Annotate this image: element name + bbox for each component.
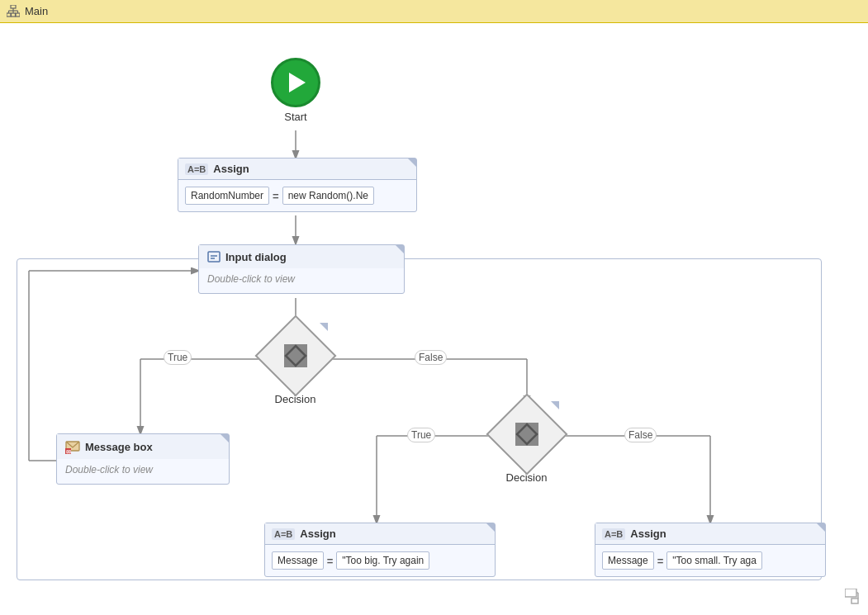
message-box-title: Message box — [85, 441, 153, 453]
decision2-diamond-wrap[interactable] — [496, 403, 557, 465]
svg-rect-0 — [11, 5, 16, 8]
assign3-eq: = — [657, 555, 664, 567]
start-circle[interactable] — [271, 58, 320, 107]
assign3-node[interactable]: A=B Assign Message = "Too small. Try aga — [595, 523, 826, 577]
canvas: Start A=B Assign RandomNumber = new Rand… — [0, 23, 868, 615]
svg-rect-31 — [851, 598, 858, 603]
assign3-field: Message — [602, 551, 654, 570]
true-label-2: True — [407, 428, 435, 442]
title-bar-text: Main — [25, 5, 48, 17]
start-node[interactable]: Start — [271, 58, 320, 123]
svg-text:✉: ✉ — [66, 449, 71, 454]
message-box-body: Double-click to view — [57, 459, 229, 484]
svg-marker-27 — [517, 424, 537, 444]
input-dialog-body: Double-click to view — [199, 268, 404, 293]
input-dialog-node[interactable]: Input dialog Double-click to view — [198, 244, 405, 294]
assign2-icon: A=B — [272, 528, 295, 540]
play-icon — [289, 73, 306, 92]
decision1-inner-icon — [284, 344, 307, 367]
decision1-icon-svg — [284, 344, 307, 367]
assign2-node[interactable]: A=B Assign Message = "Too big. Try again — [264, 523, 496, 577]
assign2-title: Assign — [300, 527, 335, 540]
message-box-header: ✉ Message box — [57, 434, 229, 459]
title-bar: Main — [0, 0, 868, 23]
assign2-value: "Too big. Try again — [336, 551, 429, 570]
corner-expand-icon — [845, 589, 861, 605]
assign1-eq: = — [273, 190, 279, 202]
assign1-title: Assign — [213, 163, 249, 175]
message-box-node[interactable]: ✉ Message box Double-click to view — [56, 433, 230, 485]
input-dialog-subtitle: Double-click to view — [207, 273, 295, 285]
assign1-header: A=B Assign — [178, 158, 416, 180]
input-dialog-fold — [392, 245, 404, 257]
assign3-icon: A=B — [602, 528, 625, 540]
decision1-fold — [318, 323, 328, 333]
svg-rect-2 — [12, 13, 16, 17]
assign1-field: RandomNumber — [185, 187, 269, 205]
svg-rect-32 — [845, 589, 856, 597]
assign3-header: A=B Assign — [595, 523, 825, 545]
assign1-row: RandomNumber = new Random().Ne — [185, 187, 410, 205]
corner-icon — [845, 589, 861, 608]
input-dialog-icon — [207, 250, 221, 263]
input-dialog-header: Input dialog — [199, 245, 404, 268]
assign1-fold — [405, 158, 416, 170]
assign2-eq: = — [327, 555, 334, 567]
assign3-title: Assign — [630, 527, 666, 540]
assign2-row: Message = "Too big. Try again — [272, 551, 488, 570]
message-box-icon: ✉ — [65, 439, 80, 454]
decision2-container[interactable]: Decision — [496, 403, 557, 484]
true-label-1: True — [164, 350, 192, 365]
assign1-value: new Random().Ne — [282, 187, 374, 205]
assign3-row: Message = "Too small. Try aga — [602, 551, 818, 570]
assign3-value: "Too small. Try aga — [666, 551, 762, 570]
decision2-icon-svg — [515, 423, 538, 446]
svg-marker-26 — [286, 346, 306, 366]
assign2-fold — [483, 523, 495, 535]
false-label-2: False — [624, 428, 657, 442]
decision2-fold — [549, 401, 559, 411]
assign3-fold — [813, 523, 825, 535]
svg-rect-1 — [7, 13, 11, 17]
hierarchy-icon — [7, 5, 20, 18]
input-dialog-title: Input dialog — [225, 251, 287, 263]
assign3-body: Message = "Too small. Try aga — [595, 545, 825, 576]
assign1-icon: A=B — [185, 163, 208, 175]
assign1-node[interactable]: A=B Assign RandomNumber = new Random().N… — [178, 158, 417, 212]
decision1-container[interactable]: Decision — [264, 324, 326, 405]
assign2-field: Message — [272, 551, 324, 570]
message-box-fold — [217, 434, 229, 446]
assign2-body: Message = "Too big. Try again — [265, 545, 495, 576]
decision2-inner-icon — [515, 423, 538, 446]
start-label: Start — [284, 111, 306, 123]
assign2-header: A=B Assign — [265, 523, 495, 545]
decision1-diamond-wrap[interactable] — [264, 324, 326, 386]
decision2-node[interactable]: Decision — [496, 403, 557, 484]
svg-rect-3 — [16, 13, 20, 17]
svg-rect-23 — [208, 252, 220, 262]
decision1-node[interactable]: Decision — [264, 324, 326, 405]
false-label-1: False — [415, 350, 447, 365]
assign1-body: RandomNumber = new Random().Ne — [178, 180, 416, 211]
message-box-subtitle: Double-click to view — [65, 464, 153, 475]
